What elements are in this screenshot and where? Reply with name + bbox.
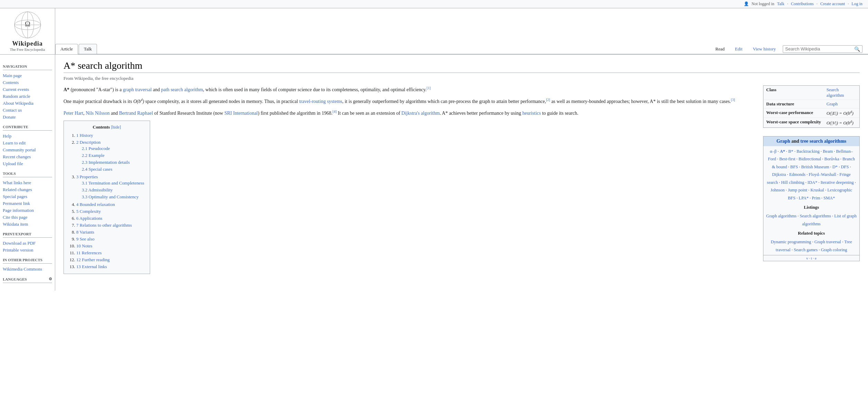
sidebar-item-help[interactable]: Help [3, 133, 52, 140]
search-button[interactable]: 🔍 [854, 46, 860, 52]
link-dijkstra[interactable]: Dijkstra's algorithm [401, 111, 440, 116]
link-travel-routing[interactable]: travel-routing systems [299, 99, 342, 104]
ref-2[interactable]: [2] [546, 98, 550, 102]
toc-sub-link[interactable]: 2.2 Example [82, 153, 105, 158]
algo-bfs[interactable]: BFS [790, 164, 798, 169]
algo-boruvka[interactable]: Borůvka [825, 157, 839, 161]
algo-johnson[interactable]: Johnson [771, 188, 785, 192]
sidebar-item-donate[interactable]: Donate [3, 114, 52, 121]
algo-british-museum[interactable]: British Museum [801, 164, 829, 169]
algo-backtracking[interactable]: Backtracking [797, 149, 820, 154]
action-edit[interactable]: Edit [732, 45, 746, 53]
toc-sub-link[interactable]: 2.4 Special cases [82, 167, 112, 172]
contributions-link[interactable]: Contributions [791, 1, 814, 7]
sidebar-item-wikidata-item[interactable]: Wikidata item [3, 221, 52, 228]
algo-kruskal[interactable]: Kruskal [810, 188, 824, 192]
algo-dfs[interactable]: DFS [841, 164, 849, 169]
sidebar-item-page-information[interactable]: Page information [3, 207, 52, 214]
talk-link[interactable]: Talk [777, 1, 784, 7]
sidebar-item-contact-us[interactable]: Contact us [3, 107, 52, 114]
infobox-ds-value[interactable]: Graph [827, 101, 838, 106]
algo-best-first[interactable]: Best-first [779, 157, 796, 161]
algo-ab[interactable]: α–β [770, 149, 777, 154]
related-graph-coloring[interactable]: Graph coloring [821, 247, 847, 252]
navbox-t[interactable]: t [811, 256, 812, 260]
algo-hill-climbing[interactable]: Hill climbing [781, 180, 804, 185]
link-nils-nilsson[interactable]: Nils Nilsson [86, 111, 110, 116]
infobox-class-value[interactable]: Search algorithm [827, 87, 844, 98]
toc-link[interactable]: 11 References [76, 250, 102, 255]
algo-bidirectional[interactable]: Bidirectional [799, 157, 821, 161]
sidebar-item-special-pages[interactable]: Special pages [3, 193, 52, 200]
action-view-history[interactable]: View history [749, 45, 779, 53]
navbox-v[interactable]: v [806, 256, 808, 260]
related-graph-traversal[interactable]: Graph traversal [815, 239, 841, 244]
sidebar-item-contents[interactable]: Contents [3, 79, 52, 86]
ref-1[interactable]: [1] [427, 86, 431, 90]
sidebar-item-recent-changes[interactable]: Recent changes [3, 153, 52, 160]
action-read[interactable]: Read [712, 45, 728, 53]
algo-dstar[interactable]: D* [832, 164, 838, 169]
sidebar-item-main-page[interactable]: Main page [3, 72, 52, 79]
toc-link[interactable]: 2 Description [76, 140, 100, 145]
algo-dijkstra[interactable]: Dijkstra [772, 172, 786, 177]
toc-link[interactable]: 8 Variants [76, 229, 94, 235]
toc-link[interactable]: 5 Complexity [76, 209, 101, 214]
toc-hide[interactable]: [hide] [111, 125, 121, 130]
toc-sub-link[interactable]: 3.2 Admissibility [82, 187, 113, 192]
sidebar-item-community-portal[interactable]: Community portal [3, 147, 52, 153]
algo-lpa[interactable]: LPA* [799, 196, 809, 200]
sidebar-item-wikimedia-commons[interactable]: Wikimedia Commons [3, 266, 52, 273]
algo-floyd-warshall[interactable]: Floyd–Warshall [809, 172, 836, 177]
sidebar-item-download-pdf[interactable]: Download as PDF [3, 240, 52, 247]
algo-edmonds[interactable]: Edmonds [789, 172, 806, 177]
link-path-search[interactable]: path search algorithm [161, 87, 203, 92]
toc-link[interactable]: 9 See also [76, 236, 95, 242]
tab-article[interactable]: Article [55, 44, 78, 54]
toc-link[interactable]: 7 Relations to other algorithms [76, 223, 132, 228]
sidebar-item-random-article[interactable]: Random article [3, 93, 52, 100]
toc-link[interactable]: 13 External links [76, 264, 107, 269]
toc-link[interactable]: 1 History [76, 133, 93, 138]
sidebar-item-related-changes[interactable]: Related changes [3, 186, 52, 193]
related-search-games[interactable]: Search games [794, 247, 818, 252]
log-in-link[interactable]: Log in [851, 1, 862, 7]
sidebar-item-current-events[interactable]: Current events [3, 86, 52, 93]
ref-3[interactable]: [3] [731, 98, 735, 102]
toc-link[interactable]: 3 Properties [76, 174, 98, 179]
link-heuristics[interactable]: heuristics [523, 111, 541, 116]
toc-link[interactable]: 10 Notes [76, 243, 92, 248]
sidebar-item-about-wikipedia[interactable]: About Wikipedia [3, 100, 52, 107]
navbox-title-tree[interactable]: tree search algorithms [800, 139, 846, 144]
link-peter-hart[interactable]: Peter Hart [64, 111, 83, 116]
toc-link[interactable]: 4 Bounded relaxation [76, 202, 115, 207]
toc-sub-link[interactable]: 2.1 Pseudocode [82, 146, 110, 151]
listing-search-algorithms[interactable]: Search algorithms [800, 214, 831, 218]
languages-settings-icon[interactable]: ⚙ [49, 277, 52, 281]
sidebar-item-printable-version[interactable]: Printable version [3, 247, 52, 254]
listing-graph-algorithms[interactable]: Graph algorithms [766, 214, 797, 218]
toc-link[interactable]: 6 Applications [76, 216, 102, 221]
navbox-e[interactable]: e [815, 256, 817, 260]
sidebar-item-cite-this-page[interactable]: Cite this page [3, 214, 52, 221]
algo-iterative-deepening[interactable]: Iterative deepening [821, 180, 854, 185]
toc-sub-link[interactable]: 2.3 Implementation details [82, 160, 130, 165]
tab-talk[interactable]: Talk [79, 44, 97, 54]
create-account-link[interactable]: Create account [820, 1, 845, 7]
algo-ida[interactable]: IDA* [808, 180, 817, 185]
toc-link[interactable]: 12 Further reading [76, 257, 110, 262]
link-graph-traversal[interactable]: graph traversal [123, 87, 152, 92]
related-dynamic-programming[interactable]: Dynamic programming [771, 239, 811, 244]
sidebar-item-what-links-here[interactable]: What links here [3, 179, 52, 186]
sidebar-item-upload-file[interactable]: Upload file [3, 160, 52, 167]
toc-sub-link[interactable]: 3.1 Termination and Completeness [82, 180, 144, 186]
link-sri-international[interactable]: SRI International [224, 111, 258, 116]
algo-jump-point[interactable]: Jump point [788, 188, 807, 192]
link-bertrand-raphael[interactable]: Bertrand Raphael [119, 111, 153, 116]
ref-4[interactable]: [4] [333, 110, 337, 113]
search-input[interactable] [785, 46, 854, 51]
sidebar-item-learn-to-edit[interactable]: Learn to edit [3, 140, 52, 147]
toc-sub-link[interactable]: 3.3 Optimality and Consistency [82, 194, 139, 199]
algo-sma[interactable]: SMA* [823, 196, 835, 200]
algo-bstar[interactable]: B* [788, 149, 793, 154]
